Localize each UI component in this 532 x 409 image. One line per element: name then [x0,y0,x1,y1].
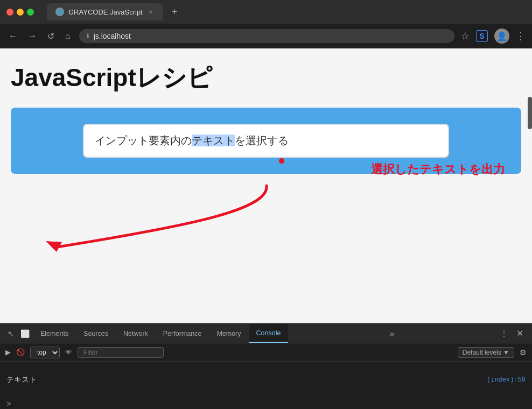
reload-button[interactable]: ↺ [45,29,57,44]
console-location: (index):58 [487,376,526,384]
scrollbar[interactable] [528,97,532,129]
tab-close-button[interactable]: × [147,8,155,16]
svg-marker-0 [46,241,62,252]
tab-sources[interactable]: Sources [76,324,116,343]
home-button[interactable]: ⌂ [63,29,73,43]
maximize-window-button[interactable] [27,9,34,16]
browser-chrome: 🌐 GRAYCODE JavaScript × + ← → ↺ ⌂ ℹ js.l… [0,0,532,48]
tab-bar: 🌐 GRAYCODE JavaScript × + [47,3,181,20]
input-text-before: インプット要素内の [95,135,192,146]
tab-performance[interactable]: Performance [156,324,209,343]
active-tab[interactable]: 🌐 GRAYCODE JavaScript × [47,3,163,20]
tab-memory[interactable]: Memory [209,324,248,343]
demo-box: インプット要素内のテキストを選択する 選択したテキストを出力 [11,108,521,174]
profile-avatar-icon[interactable]: 👤 [494,29,509,44]
tab-console[interactable]: Console [249,324,289,343]
lock-icon: ℹ [87,32,89,40]
tab-favicon: 🌐 [55,8,64,16]
devtools-cursor-icon[interactable]: ↖ [4,327,17,340]
bookmark-star-icon[interactable]: ☆ [461,30,470,42]
selection-dot-indicator [279,158,284,164]
forward-button[interactable]: → [26,29,39,43]
extension-s-icon[interactable]: S [476,30,488,42]
block-icon[interactable]: 🚫 [16,348,25,356]
tab-network[interactable]: Network [116,324,156,343]
annotation-text: 選択したテキストを出力 [371,161,505,178]
tab-title: GRAYCODE JavaScript [68,8,143,16]
address-bar: ← → ↺ ⌂ ℹ js.localhost ☆ S 👤 ⋮ [0,24,532,48]
devtools-console-output-row: テキスト (index):58 [0,362,532,398]
default-levels-dropdown[interactable]: Default levels ▼ [458,347,514,358]
address-bar-input[interactable]: ℹ js.localhost [79,29,454,43]
devtools-toolbar: ▶ 🚫 top 👁 Default levels ▼ ⚙ [0,343,532,362]
filter-input[interactable] [78,347,164,358]
eye-icon[interactable]: 👁 [65,348,72,356]
page-content: JavaScriptレシピ インプット要素内のテキストを選択する 選択したテキス… [0,48,532,323]
clear-console-icon[interactable]: ▶ [5,348,11,356]
toolbar-icons: ☆ S 👤 ⋮ [461,29,526,44]
back-button[interactable]: ← [6,29,19,43]
devtools-device-icon[interactable]: ⬜ [17,327,33,340]
text-input[interactable]: インプット要素内のテキストを選択する [83,124,449,158]
console-settings-gear-icon[interactable]: ⚙ [520,348,527,357]
devtools-more-tabs-icon[interactable]: » [386,327,398,340]
devtools-close-icon[interactable]: ✕ [512,326,528,341]
devtools-panel: ↖ ⬜ Elements Sources Network Performance… [0,323,532,409]
close-window-button[interactable] [6,9,13,16]
new-tab-button[interactable]: + [167,4,182,20]
traffic-lights [6,9,34,16]
address-text: js.localhost [94,32,131,40]
prompt-chevron: > [6,399,11,408]
title-bar: 🌐 GRAYCODE JavaScript × + [0,0,532,24]
input-text-after: を選択する [235,135,289,146]
minimize-window-button[interactable] [17,9,24,16]
selected-text: テキスト [192,135,235,146]
context-selector[interactable]: top [30,347,60,358]
devtools-tabs: ↖ ⬜ Elements Sources Network Performance… [0,324,532,343]
page-title: JavaScriptレシピ [11,61,521,95]
console-output-text: テキスト [6,375,37,385]
console-prompt[interactable]: > [0,398,532,409]
devtools-settings-icon[interactable]: ⋮ [496,327,512,340]
tab-elements[interactable]: Elements [33,324,76,343]
menu-icon[interactable]: ⋮ [516,30,526,42]
